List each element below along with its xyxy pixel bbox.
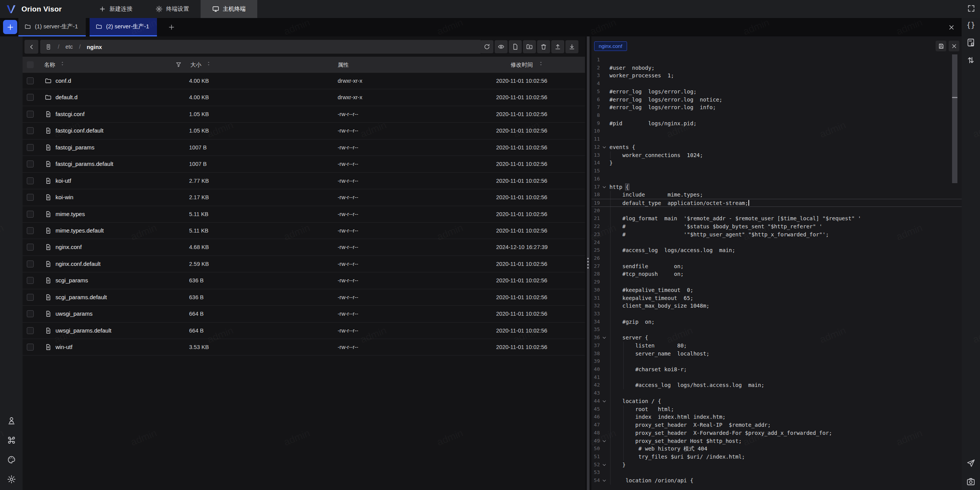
breadcrumb-segment[interactable]: etc bbox=[65, 44, 73, 50]
code-line-18[interactable]: 18 include mime.types; bbox=[591, 191, 962, 199]
send-button[interactable] bbox=[966, 459, 975, 468]
file-row-koi-utf[interactable]: koi-utf2.77 KB-rw-r--r--2020-11-01 10:02… bbox=[23, 173, 585, 189]
file-row-win-utf[interactable]: win-utf3.53 KB-rw-r--r--2020-11-01 10:02… bbox=[23, 339, 585, 356]
code-line-25[interactable]: 25 #access_log logs/access.log main; bbox=[591, 246, 962, 254]
row-checkbox[interactable] bbox=[27, 344, 34, 351]
swap-vertical-button[interactable] bbox=[966, 56, 975, 65]
row-checkbox[interactable] bbox=[27, 294, 34, 301]
row-checkbox[interactable] bbox=[27, 277, 34, 284]
row-checkbox[interactable] bbox=[27, 144, 34, 151]
code-line-13[interactable]: 13 worker_connections 1024; bbox=[591, 151, 962, 159]
brand[interactable]: Orion Visor bbox=[5, 0, 62, 18]
preview-button[interactable] bbox=[495, 40, 508, 53]
code-line-11[interactable]: 11 bbox=[591, 135, 962, 143]
code-line-4[interactable]: 4 bbox=[591, 80, 962, 88]
row-checkbox[interactable] bbox=[27, 211, 34, 218]
code-line-10[interactable]: 10 bbox=[591, 127, 962, 135]
row-checkbox[interactable] bbox=[27, 177, 34, 184]
code-line-20[interactable]: 20 bbox=[591, 207, 962, 215]
fullscreen-button[interactable] bbox=[967, 4, 975, 13]
select-all-checkbox[interactable] bbox=[27, 61, 34, 68]
row-checkbox[interactable] bbox=[27, 127, 34, 134]
file-row-mime.types[interactable]: mime.types5.11 KB-rw-r--r--2020-11-01 10… bbox=[23, 206, 585, 223]
file-row-koi-win[interactable]: koi-win2.17 KB-rw-r--r--2020-11-01 10:02… bbox=[23, 189, 585, 206]
code-line-5[interactable]: 5#error_log logs/error.log; bbox=[591, 88, 962, 96]
file-name[interactable]: mime.types bbox=[56, 211, 85, 217]
fold-chevron-icon[interactable] bbox=[601, 478, 607, 483]
code-line-53[interactable]: 53 bbox=[591, 469, 962, 477]
code-line-22[interactable]: 22 # '$status $body_bytes_sent "$http_re… bbox=[591, 223, 962, 231]
menu-item-new-connection[interactable]: 新建连接 bbox=[87, 0, 144, 18]
fold-chevron-icon[interactable] bbox=[601, 398, 607, 404]
file-name[interactable]: scgi_params bbox=[56, 277, 88, 284]
row-checkbox[interactable] bbox=[27, 77, 34, 84]
editor-scrollbar[interactable] bbox=[952, 54, 957, 490]
refresh-button[interactable] bbox=[480, 40, 493, 53]
file-name[interactable]: uwsgi_params.default bbox=[56, 327, 111, 334]
code-line-8[interactable]: 8 bbox=[591, 111, 962, 120]
code-line-35[interactable]: 35 bbox=[591, 326, 962, 334]
code-line-48[interactable]: 48 proxy_set_header X-Forwarded-For $pro… bbox=[591, 429, 962, 437]
close-panel-button[interactable] bbox=[948, 23, 956, 31]
code-line-15[interactable]: 15 bbox=[591, 167, 962, 175]
file-name[interactable]: fastcgi.conf.default bbox=[56, 127, 103, 134]
palette-button[interactable] bbox=[7, 455, 16, 464]
download-button[interactable] bbox=[565, 40, 578, 53]
sort-icon[interactable] bbox=[538, 61, 544, 69]
user-stamp-button[interactable] bbox=[7, 416, 16, 425]
fold-chevron-icon[interactable] bbox=[601, 462, 607, 468]
row-checkbox[interactable] bbox=[27, 227, 34, 234]
file-row-fastcgi.conf[interactable]: fastcgi.conf1.05 KB-rw-r--r--2020-11-01 … bbox=[23, 106, 585, 123]
code-line-37[interactable]: 37 listen 80; bbox=[591, 342, 962, 350]
file-row-scgi_params.default[interactable]: scgi_params.default636 B-rw-r--r--2020-1… bbox=[23, 289, 585, 306]
file-row-nginx.conf.default[interactable]: nginx.conf.default2.59 KB-rw-r--r--2020-… bbox=[23, 256, 585, 272]
code-line-26[interactable]: 26 bbox=[591, 254, 962, 262]
code-line-54[interactable]: 54 location /orion/api { bbox=[591, 477, 962, 485]
code-line-38[interactable]: 38 server_name localhost; bbox=[591, 350, 962, 358]
code-line-34[interactable]: 34 #gzip on; bbox=[591, 318, 962, 326]
fold-chevron-icon[interactable] bbox=[601, 144, 607, 150]
fold-chevron-icon[interactable] bbox=[601, 184, 607, 190]
save-file-button[interactable] bbox=[936, 41, 946, 51]
row-checkbox[interactable] bbox=[27, 94, 34, 101]
open-file-tag[interactable]: nginx.conf bbox=[594, 41, 627, 51]
row-checkbox[interactable] bbox=[27, 261, 34, 267]
code-line-27[interactable]: 27 sendfile on; bbox=[591, 262, 962, 270]
file-row-mime.types.default[interactable]: mime.types.default5.11 KB-rw-r--r--2020-… bbox=[23, 223, 585, 239]
file-row-uwsgi_params[interactable]: uwsgi_params664 B-rw-r--r--2020-11-01 10… bbox=[23, 306, 585, 322]
column-name[interactable]: 名称 bbox=[44, 61, 55, 69]
code-line-14[interactable]: 14} bbox=[591, 159, 962, 167]
code-line-30[interactable]: 30 #keepalive_timeout 0; bbox=[591, 286, 962, 294]
command-button[interactable] bbox=[7, 436, 16, 445]
code-line-42[interactable]: 42 #access_log logs/host.access.log main… bbox=[591, 381, 962, 389]
file-row-fastcgi_params.default[interactable]: fastcgi_params.default1007 B-rw-r--r--20… bbox=[23, 156, 585, 172]
code-line-39[interactable]: 39 bbox=[591, 357, 962, 365]
file-bookmark-button[interactable] bbox=[966, 38, 975, 47]
code-line-6[interactable]: 6#error_log logs/error.log notice; bbox=[591, 96, 962, 104]
panel-splitter[interactable] bbox=[585, 36, 591, 490]
row-checkbox[interactable] bbox=[27, 194, 34, 201]
file-name[interactable]: mime.types.default bbox=[56, 227, 104, 234]
file-row-scgi_params[interactable]: scgi_params636 B-rw-r--r--2020-11-01 10:… bbox=[23, 272, 585, 289]
sort-icon[interactable] bbox=[206, 61, 211, 69]
add-tab-button[interactable] bbox=[168, 23, 176, 31]
new-folder-button[interactable] bbox=[523, 40, 536, 53]
delete-button[interactable] bbox=[537, 40, 550, 53]
menu-item-terminal-settings[interactable]: 终端设置 bbox=[144, 0, 201, 18]
code-line-7[interactable]: 7#error_log logs/error.log info; bbox=[591, 103, 962, 111]
file-name[interactable]: conf.d bbox=[56, 77, 71, 84]
code-line-44[interactable]: 44 location / { bbox=[591, 397, 962, 405]
code-line-12[interactable]: 12events { bbox=[591, 143, 962, 151]
braces-button[interactable]: {} bbox=[966, 20, 975, 29]
file-row-conf.d[interactable]: conf.d4.00 KBdrwxr-xr-x2020-11-01 10:02:… bbox=[23, 73, 585, 89]
code-line-31[interactable]: 31 keepalive_timeout 65; bbox=[591, 294, 962, 302]
code-line-23[interactable]: 23 # '"$http_user_agent" "$http_x_forwar… bbox=[591, 231, 962, 239]
code-editor[interactable]: 12#user nobody;3worker_processes 1;45#er… bbox=[591, 56, 962, 485]
file-name[interactable]: fastcgi_params bbox=[56, 144, 95, 151]
code-line-49[interactable]: 49 proxy_set_header Host $http_host; bbox=[591, 437, 962, 445]
file-name[interactable]: koi-utf bbox=[56, 177, 71, 184]
code-line-41[interactable]: 41 bbox=[591, 374, 962, 382]
row-checkbox[interactable] bbox=[27, 310, 34, 317]
back-button[interactable] bbox=[24, 40, 38, 54]
file-name[interactable]: uwsgi_params bbox=[56, 310, 93, 317]
